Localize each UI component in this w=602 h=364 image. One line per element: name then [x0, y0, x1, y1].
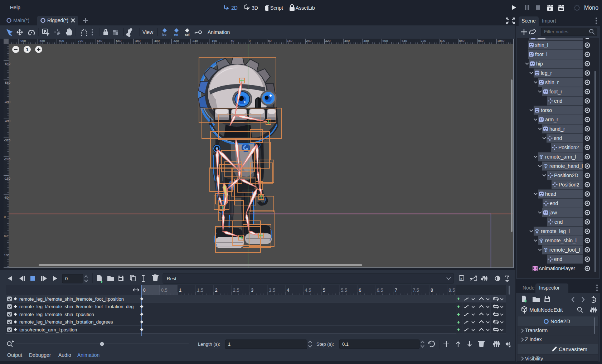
svg-text:-80: -80	[230, 39, 234, 43]
svg-text:3D: 3D	[252, 5, 258, 11]
svg-text:960: 960	[478, 39, 484, 43]
svg-text:end: end	[550, 200, 558, 206]
svg-text:View: View	[142, 29, 154, 35]
svg-text:loc: loc	[162, 33, 166, 37]
svg-text:2: 2	[215, 287, 217, 293]
svg-text:MultiNodeEdit: MultiNodeEdit	[529, 307, 563, 313]
svg-text:-720: -720	[77, 39, 83, 43]
svg-text:80: 80	[268, 39, 271, 43]
svg-text:1.5: 1.5	[197, 287, 203, 293]
svg-text:1040: 1040	[497, 39, 504, 43]
svg-text:560: 560	[383, 39, 388, 43]
svg-text:remote_leg_l/remote_shin_l:rot: remote_leg_l/remote_shin_l:rotation_degr…	[19, 319, 113, 325]
svg-text:4.5: 4.5	[305, 287, 311, 293]
svg-text:Length (s):: Length (s):	[198, 341, 220, 347]
svg-text:Position2: Position2	[559, 182, 579, 188]
svg-text:160: 160	[287, 39, 292, 43]
svg-text:Step (s):: Step (s):	[316, 341, 334, 347]
svg-text:0.1: 0.1	[342, 341, 349, 347]
svg-text:foot_l: foot_l	[535, 52, 547, 57]
svg-text:-240: -240	[4, 157, 10, 161]
svg-text:scl: scl	[185, 33, 190, 37]
svg-text:3.5: 3.5	[269, 287, 275, 293]
svg-text:remote_foot_l: remote_foot_l	[549, 247, 580, 253]
svg-text:640: 640	[402, 39, 407, 43]
svg-text:a: a	[460, 277, 462, 280]
svg-text:1: 1	[228, 341, 230, 347]
svg-text:-160: -160	[210, 39, 217, 43]
svg-text:+: +	[457, 319, 460, 325]
svg-text:shin_r: shin_r	[545, 79, 559, 85]
svg-text:Main(*): Main(*)	[13, 18, 29, 23]
svg-text:+: +	[457, 311, 460, 317]
svg-text:rot: rot	[174, 33, 178, 37]
svg-text:AssetLib: AssetLib	[296, 5, 315, 11]
svg-text:AnimationPlayer: AnimationPlayer	[539, 266, 575, 271]
svg-text:Rest: Rest	[167, 276, 176, 281]
svg-text:3: 3	[251, 287, 253, 293]
svg-text:remote_leg_l: remote_leg_l	[541, 228, 570, 234]
svg-text:-400: -400	[153, 39, 160, 43]
svg-text:remote_leg_l/remote_shin_l/rem: remote_leg_l/remote_shin_l/remote_foot_l…	[19, 296, 124, 302]
svg-text:-80: -80	[4, 196, 9, 199]
svg-text:160: 160	[4, 253, 9, 257]
svg-text:foot_r: foot_r	[549, 89, 562, 94]
svg-text:-240: -240	[191, 39, 198, 43]
svg-text:Position2D: Position2D	[554, 173, 578, 178]
svg-text:-560: -560	[115, 39, 121, 43]
svg-text:880: 880	[459, 39, 464, 43]
svg-text:end: end	[554, 219, 563, 225]
svg-text:-480: -480	[4, 100, 10, 104]
svg-text:800: 800	[440, 39, 445, 43]
svg-text:remote_leg_l/remote_shin_l/rem: remote_leg_l/remote_shin_l/remote_foot_l…	[19, 304, 133, 309]
svg-text:head: head	[545, 191, 556, 197]
svg-text:shin_l: shin_l	[535, 42, 548, 48]
svg-text:hip: hip	[536, 61, 543, 67]
svg-text:jaw: jaw	[549, 210, 557, 215]
svg-text:remote_arm_l: remote_arm_l	[545, 154, 576, 160]
svg-text:480: 480	[363, 39, 369, 43]
svg-text:-640: -640	[4, 62, 10, 65]
svg-text:6.5: 6.5	[377, 287, 383, 293]
svg-text:remote_leg_l/remote_shin_l:pos: remote_leg_l/remote_shin_l:position	[19, 312, 94, 317]
svg-text:Script: Script	[270, 5, 283, 11]
svg-text:0: 0	[249, 39, 251, 43]
svg-text:-320: -320	[172, 39, 179, 43]
svg-text:-480: -480	[134, 39, 141, 43]
svg-text:7.5: 7.5	[413, 287, 419, 293]
svg-text:2D: 2D	[231, 5, 238, 11]
svg-text:-160: -160	[4, 177, 10, 180]
svg-text:8.5: 8.5	[448, 287, 455, 293]
svg-text:-880: -880	[39, 39, 45, 43]
svg-text:1: 1	[179, 287, 181, 293]
svg-text:Animation: Animation	[208, 29, 230, 35]
svg-text:-640: -640	[96, 39, 102, 43]
svg-text:0: 0	[4, 215, 6, 219]
svg-text:hand_r: hand_r	[549, 126, 565, 132]
svg-text:0.5: 0.5	[161, 287, 168, 293]
svg-text:-560: -560	[4, 81, 10, 84]
svg-text:torso: torso	[541, 107, 552, 113]
svg-text:400: 400	[344, 39, 350, 43]
svg-text:Rigged(*): Rigged(*)	[47, 18, 68, 23]
svg-text:Position2: Position2	[558, 145, 579, 150]
svg-text:end: end	[554, 135, 562, 141]
svg-text:720: 720	[421, 39, 426, 43]
svg-text:end: end	[554, 98, 562, 104]
svg-text:7: 7	[395, 287, 397, 293]
svg-text:0: 0	[143, 287, 146, 293]
svg-text:Filter nodes: Filter nodes	[544, 29, 568, 34]
svg-text:320: 320	[325, 39, 331, 43]
svg-text:remote_hand_l: remote_hand_l	[549, 163, 583, 169]
svg-text:80: 80	[4, 234, 8, 238]
svg-text:2.5: 2.5	[233, 287, 239, 293]
svg-text:8: 8	[431, 287, 433, 293]
svg-text:4: 4	[287, 287, 289, 293]
svg-text:+: +	[457, 326, 460, 333]
svg-text:-960: -960	[19, 39, 26, 43]
svg-text:+: +	[457, 296, 460, 302]
svg-text:1: 1	[26, 47, 29, 52]
svg-text:leg_r: leg_r	[541, 70, 552, 76]
svg-text:remote_shin_l: remote_shin_l	[545, 238, 577, 243]
svg-text:0: 0	[65, 276, 68, 281]
